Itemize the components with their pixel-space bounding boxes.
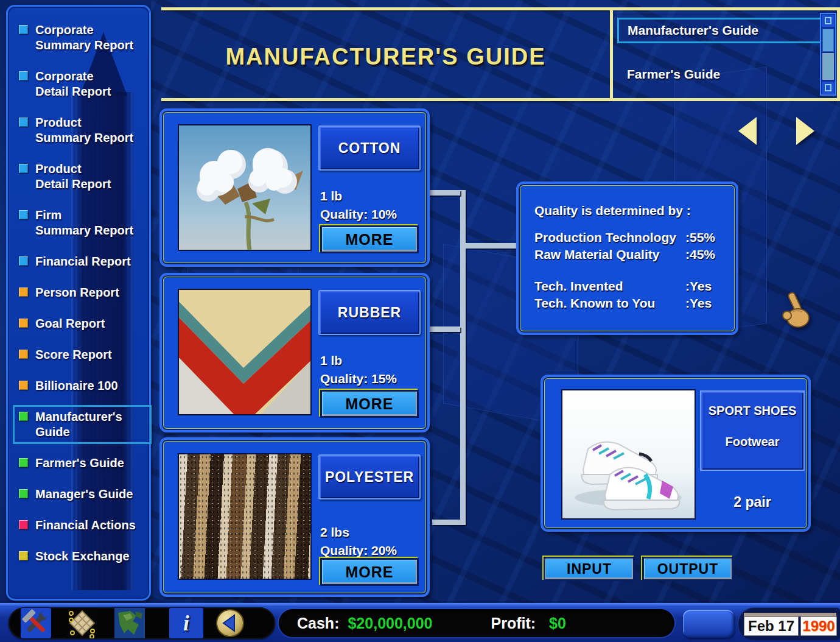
profit-value: $0 xyxy=(549,615,566,632)
material-card-rubber: RUBBER 1 lb Quality: 15% MORE xyxy=(159,273,430,432)
sidebar-item-corporate-detail-report[interactable]: Corporate Detail Report xyxy=(19,69,149,99)
quality-row-tech-invented: Tech. Invented :Yes xyxy=(534,279,724,296)
scrollbar-track-block[interactable] xyxy=(822,53,834,80)
previous-product-arrow-icon[interactable] xyxy=(738,117,757,145)
material-name-button[interactable]: COTTON xyxy=(318,125,421,171)
material-name-label: RUBBER xyxy=(338,305,401,321)
report-sidebar: Corporate Summary Report Corporate Detai… xyxy=(6,5,151,601)
sidebar-item-label: Manager's Guide xyxy=(35,487,133,502)
material-quality: Quality: 15% xyxy=(320,372,397,386)
sidebar-item-farmers-guide[interactable]: Farmer's Guide xyxy=(19,456,149,471)
city-map-icon[interactable] xyxy=(67,608,97,638)
more-button[interactable]: MORE xyxy=(320,225,419,253)
cash-value: $20,000,000 xyxy=(348,615,432,632)
sidebar-item-manufacturers-guide-selected[interactable]: Manufacturer's Guide xyxy=(13,405,152,444)
output-button[interactable]: OUTPUT xyxy=(642,557,733,581)
sidebar-item-label: Goal Report xyxy=(35,316,105,331)
quality-row-raw-material-quality: Raw Material Quality :45% xyxy=(534,247,724,264)
world-map-icon[interactable] xyxy=(114,608,145,638)
page-title: MANUFACTURER'S GUIDE xyxy=(161,44,610,70)
material-quantity: 1 lb xyxy=(320,353,342,368)
material-name-label: COTTON xyxy=(338,140,401,157)
date-display: Feb 17 1990 xyxy=(738,607,840,640)
bullet-icon xyxy=(19,520,28,529)
sidebar-item-label: Product Detail Report xyxy=(35,161,111,192)
sidebar-item-product-summary-report[interactable]: Product Summary Report xyxy=(19,115,149,146)
sidebar-item-managers-guide[interactable]: Manager's Guide xyxy=(19,487,149,502)
product-name: SPORT SHOES xyxy=(701,404,803,418)
quality-row-value: :45% xyxy=(685,247,724,264)
scrollbar-thumb[interactable] xyxy=(822,29,834,52)
product-amount: 2 pair xyxy=(700,494,805,510)
material-quality: Quality: 20% xyxy=(320,543,397,558)
material-name-button[interactable]: RUBBER xyxy=(318,290,421,335)
back-icon[interactable] xyxy=(214,608,248,638)
cotton-plant-photo xyxy=(178,124,312,251)
sidebar-item-label: Financial Report xyxy=(35,254,131,269)
sidebar-item-label: Billionaire 100 xyxy=(35,378,118,393)
scroll-down-button[interactable] xyxy=(822,82,835,94)
sport-shoes-photo xyxy=(561,389,696,520)
sidebar-item-score-report[interactable]: Score Report xyxy=(19,347,149,362)
sidebar-item-label: Farmer's Guide xyxy=(35,456,124,471)
guide-option-label: Manufacturer's Guide xyxy=(628,23,758,37)
input-button-label: INPUT xyxy=(567,561,612,577)
connector-rubber-line xyxy=(429,326,460,332)
quality-row-production-technology: Production Technology :55% xyxy=(534,230,724,247)
sidebar-item-billionaire-100[interactable]: Billionaire 100 xyxy=(19,378,149,393)
quality-row-tech-known: Tech. Known to You :Yes xyxy=(534,296,724,313)
guide-scrollbar[interactable] xyxy=(820,13,836,96)
more-button-label: MORE xyxy=(346,395,394,413)
sidebar-item-product-detail-report[interactable]: Product Detail Report xyxy=(19,161,149,192)
connector-quality-line xyxy=(466,243,516,249)
material-quality: Quality: 10% xyxy=(320,207,397,222)
connector-cotton-line xyxy=(429,190,460,196)
sidebar-item-label: Product Summary Report xyxy=(35,115,133,146)
sidebar-item-label: Score Report xyxy=(35,347,112,362)
date-day: Feb 17 xyxy=(744,616,799,636)
quality-row-value: :Yes xyxy=(685,296,724,313)
blank-button[interactable] xyxy=(683,610,734,638)
sidebar-item-label: Person Report xyxy=(35,285,119,300)
quality-info-panel: Quality is determined by : Production Te… xyxy=(516,182,738,335)
sidebar-item-financial-report[interactable]: Financial Report xyxy=(19,254,149,269)
bullet-icon xyxy=(19,489,28,498)
info-icon[interactable]: i xyxy=(169,608,203,638)
product-panel-sport-shoes: SPORT SHOES Footwear 2 pair xyxy=(541,375,811,532)
sidebar-item-goal-report[interactable]: Goal Report xyxy=(19,316,149,331)
connector-trunk-line xyxy=(460,190,466,525)
scroll-up-button[interactable] xyxy=(822,15,835,27)
connector-polyester-line xyxy=(432,520,466,525)
manufacturers-guide-screen: Corporate Summary Report Corporate Detai… xyxy=(0,0,840,642)
output-button-label: OUTPUT xyxy=(657,561,719,577)
bullet-icon xyxy=(19,71,28,80)
guide-option-manufacturers-selected[interactable]: Manufacturer's Guide xyxy=(617,18,822,43)
product-category: Footwear xyxy=(701,435,803,449)
more-button[interactable]: MORE xyxy=(320,558,419,586)
guide-option-label: Farmer's Guide xyxy=(627,67,720,81)
sidebar-item-label: Firm Summary Report xyxy=(35,208,133,238)
more-button-label: MORE xyxy=(346,231,394,249)
input-button[interactable]: INPUT xyxy=(544,557,635,581)
quality-row-label: Production Technology xyxy=(534,230,685,247)
build-tools-icon[interactable] xyxy=(21,608,51,638)
guide-option-farmers[interactable]: Farmer's Guide xyxy=(627,67,720,82)
material-card-cotton: COTTON 1 lb Quality: 10% MORE xyxy=(159,108,430,267)
sidebar-item-label: Stock Exchange xyxy=(35,549,130,564)
sidebar-item-stock-exchange[interactable]: Stock Exchange xyxy=(19,549,149,564)
material-name-button[interactable]: POLYESTER xyxy=(318,454,421,499)
sidebar-item-firm-summary-report[interactable]: Firm Summary Report xyxy=(19,208,149,238)
polyester-fabric-photo xyxy=(178,453,312,580)
sidebar-item-financial-actions[interactable]: Financial Actions xyxy=(19,518,149,533)
sidebar-item-person-report[interactable]: Person Report xyxy=(19,285,149,300)
sidebar-item-corporate-summary-report[interactable]: Corporate Summary Report xyxy=(19,23,149,53)
quality-row-value: :55% xyxy=(685,230,724,247)
bullet-icon xyxy=(19,319,28,328)
more-button[interactable]: MORE xyxy=(320,390,419,418)
bullet-icon xyxy=(19,381,28,390)
bullet-icon xyxy=(19,551,28,560)
material-name-label: POLYESTER xyxy=(325,469,414,485)
next-product-arrow-icon[interactable] xyxy=(796,117,814,145)
bullet-icon xyxy=(19,350,28,359)
quality-row-label: Raw Material Quality xyxy=(534,247,685,264)
